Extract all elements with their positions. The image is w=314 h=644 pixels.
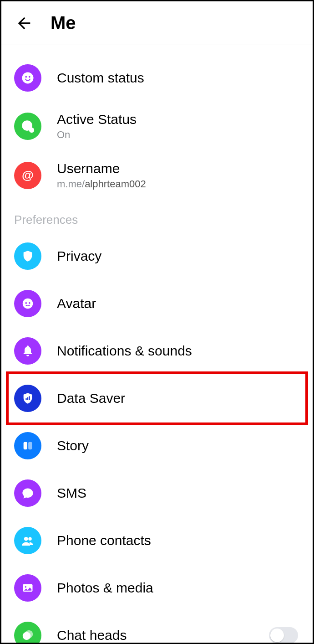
contacts-icon: [14, 527, 41, 554]
svg-point-17: [25, 586, 27, 588]
svg-point-19: [23, 632, 31, 640]
svg-rect-9: [25, 398, 26, 400]
bell-icon: [14, 337, 41, 365]
settings-list: Custom status Active Status On @ Usernam…: [1, 45, 313, 644]
chat-bubble-icon: [14, 479, 41, 507]
svg-point-0: [22, 72, 34, 84]
svg-rect-13: [28, 442, 32, 449]
row-photos-media[interactable]: Photos & media: [1, 564, 313, 612]
row-data-saver[interactable]: Data Saver: [1, 375, 313, 422]
avatar-face-icon: [14, 290, 41, 317]
svg-point-14: [24, 537, 28, 541]
page-title: Me: [51, 13, 76, 33]
row-phone-contacts[interactable]: Phone contacts: [1, 517, 313, 564]
row-notifications[interactable]: Notifications & sounds: [1, 327, 313, 375]
svg-point-2: [29, 76, 30, 78]
svg-point-4: [29, 128, 34, 133]
active-status-icon: [14, 113, 41, 140]
svg-point-15: [28, 537, 32, 541]
chat-heads-toggle[interactable]: [269, 627, 298, 644]
smiley-icon: [14, 64, 41, 92]
row-label: Avatar: [57, 296, 96, 311]
row-active-status[interactable]: Active Status On: [1, 102, 313, 151]
svg-point-8: [29, 302, 30, 304]
at-sign-icon: @: [14, 162, 41, 189]
row-label: Data Saver: [57, 391, 125, 406]
row-custom-status[interactable]: Custom status: [1, 54, 313, 102]
row-label: Active Status: [57, 112, 137, 127]
data-saver-shield-icon: [14, 385, 41, 412]
header: Me: [1, 1, 313, 45]
row-story[interactable]: Story: [1, 422, 313, 469]
row-label: SMS: [57, 485, 86, 501]
row-label: Notifications & sounds: [57, 343, 192, 359]
image-icon: [14, 574, 41, 602]
row-sublabel: On: [57, 129, 137, 141]
row-sublabel: m.me/alphrteam002: [57, 178, 146, 190]
svg-rect-10: [27, 397, 28, 400]
svg-point-1: [25, 76, 27, 78]
row-privacy[interactable]: Privacy: [1, 232, 313, 280]
story-icon: [14, 432, 41, 459]
section-header-preferences: Preferences: [1, 200, 313, 232]
row-avatar[interactable]: Avatar: [1, 280, 313, 327]
svg-rect-11: [29, 396, 30, 400]
toggle-knob: [270, 629, 284, 642]
row-username[interactable]: @ Username m.me/alphrteam002: [1, 151, 313, 200]
row-label: Username: [57, 161, 146, 176]
svg-text:@: @: [22, 168, 34, 182]
row-label: Story: [57, 438, 89, 453]
row-label: Chat heads: [57, 628, 127, 643]
back-button[interactable]: [10, 10, 38, 37]
row-chat-heads[interactable]: Chat heads: [1, 612, 313, 644]
arrow-left-icon: [15, 14, 33, 32]
shield-icon: [14, 242, 41, 270]
chat-heads-icon: [14, 622, 41, 644]
row-label: Photos & media: [57, 580, 153, 596]
row-sms[interactable]: SMS: [1, 469, 313, 517]
row-label: Custom status: [57, 70, 144, 86]
row-label: Privacy: [57, 248, 101, 264]
svg-rect-12: [24, 442, 27, 449]
row-label: Phone contacts: [57, 533, 151, 548]
